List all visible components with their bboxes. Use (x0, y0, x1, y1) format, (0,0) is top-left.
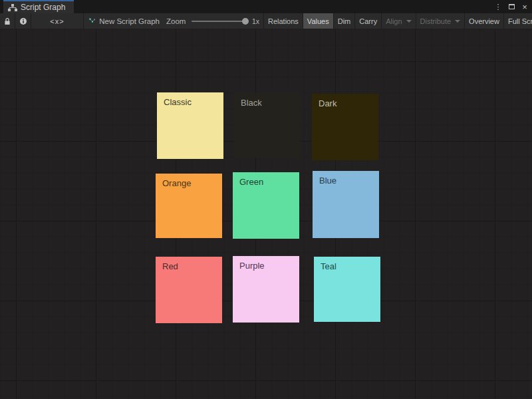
sticky-note-label: Red (156, 257, 222, 271)
code-view-icon[interactable]: <x> (31, 13, 83, 29)
tab-title: Script Graph (21, 3, 65, 12)
info-icon[interactable] (15, 13, 31, 29)
graph-canvas[interactable]: ClassicBlackDarkOrangeGreenBlueRedPurple… (0, 29, 532, 399)
sticky-note-blue[interactable]: Blue (313, 171, 379, 238)
sticky-note-red[interactable]: Red (156, 257, 222, 323)
script-graph-window: Script Graph ⋮ × <x> (0, 0, 532, 399)
sticky-note-label: Classic (157, 92, 223, 107)
zoom-slider-handle[interactable] (242, 18, 249, 25)
sticky-note-label: Dark (312, 94, 378, 108)
menu-kebab-icon[interactable]: ⋮ (493, 1, 503, 12)
graph-name-field[interactable]: New Script Graph (84, 13, 166, 29)
graph-name-label: New Script Graph (99, 17, 160, 25)
sticky-note-label: Green (233, 172, 299, 187)
overview-button[interactable]: Overview (465, 13, 504, 29)
dim-button[interactable]: Dim (334, 13, 356, 29)
zoom-value: 1x (252, 17, 259, 25)
sticky-note-label: Orange (156, 174, 222, 188)
full-screen-button[interactable]: Full Screen (504, 13, 532, 29)
values-button[interactable]: Values (303, 13, 334, 29)
sticky-note-label: Purple (233, 256, 299, 271)
sticky-note-label: Blue (313, 171, 379, 186)
relations-button[interactable]: Relations (264, 13, 303, 29)
sticky-note-purple[interactable]: Purple (233, 256, 299, 323)
sticky-note-black[interactable]: Black (234, 93, 300, 158)
sticky-note-label: Black (234, 93, 300, 108)
distribute-dropdown[interactable]: Distribute (416, 13, 465, 29)
script-graph-icon (89, 17, 95, 25)
maximize-icon[interactable] (506, 1, 517, 12)
close-icon[interactable]: × (519, 1, 530, 12)
align-dropdown[interactable]: Align (382, 13, 416, 29)
tab-script-graph[interactable]: Script Graph (3, 0, 74, 13)
sticky-note-dark[interactable]: Dark (312, 94, 378, 160)
window-controls: ⋮ × (493, 0, 530, 13)
sticky-note-green[interactable]: Green (233, 172, 299, 239)
sticky-note-classic[interactable]: Classic (157, 92, 223, 159)
zoom-control: Zoom 1x (166, 13, 263, 29)
zoom-label: Zoom (166, 17, 186, 25)
graph-toolbar: <x> New Script Graph Zoom 1x Relations V… (0, 13, 532, 29)
carry-button[interactable]: Carry (355, 13, 382, 29)
toolbar-buttons: Relations Values Dim Carry Align Distrib… (263, 13, 532, 29)
lock-icon[interactable] (0, 13, 15, 29)
sticky-note-label: Teal (314, 257, 380, 271)
zoom-slider[interactable] (192, 21, 247, 22)
sticky-note-orange[interactable]: Orange (156, 174, 222, 238)
graph-tree-icon (8, 4, 17, 11)
sticky-note-teal[interactable]: Teal (314, 257, 380, 322)
tab-bar: Script Graph ⋮ × (0, 0, 532, 13)
